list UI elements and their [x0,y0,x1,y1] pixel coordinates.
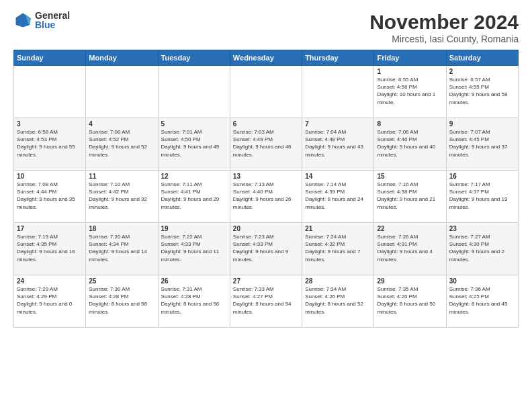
day-number: 14 [305,173,371,180]
col-monday: Monday [86,50,158,66]
calendar-cell: 8Sunrise: 7:06 AMSunset: 4:46 PMDaylight… [374,118,446,171]
day-info: Sunrise: 7:22 AMSunset: 4:33 PMDaylight:… [161,233,227,263]
day-info: Sunrise: 7:30 AMSunset: 4:28 PMDaylight:… [89,285,154,316]
day-number: 23 [449,225,515,232]
calendar-cell: 7Sunrise: 7:04 AMSunset: 4:48 PMDaylight… [302,118,374,171]
day-info: Sunrise: 7:04 AMSunset: 4:48 PMDaylight:… [305,128,371,158]
day-number: 29 [377,277,443,285]
day-info: Sunrise: 7:24 AMSunset: 4:32 PMDaylight:… [305,233,371,263]
calendar-cell: 13Sunrise: 7:13 AMSunset: 4:40 PMDayligh… [230,171,302,223]
day-number: 8 [377,120,443,128]
calendar-week-1: 1Sunrise: 6:55 AMSunset: 4:56 PMDaylight… [14,66,519,118]
day-info: Sunrise: 7:14 AMSunset: 4:39 PMDaylight:… [305,181,371,211]
calendar-cell: 14Sunrise: 7:14 AMSunset: 4:39 PMDayligh… [302,171,374,223]
calendar-cell: 21Sunrise: 7:24 AMSunset: 4:32 PMDayligh… [302,223,374,275]
day-info: Sunrise: 6:55 AMSunset: 4:56 PMDaylight:… [377,76,443,106]
page: General Blue November 2024 Mircesti, Ias… [0,0,532,411]
day-info: Sunrise: 7:29 AMSunset: 4:29 PMDaylight:… [17,285,83,316]
day-info: Sunrise: 7:01 AMSunset: 4:50 PMDaylight:… [161,128,227,158]
logo-general-text: General [35,11,70,20]
location-title: Mircesti, Iasi County, Romania [369,34,519,44]
logo-text: General Blue [35,11,70,30]
day-info: Sunrise: 7:16 AMSunset: 4:38 PMDaylight:… [377,181,443,211]
day-number: 6 [233,120,299,128]
calendar-week-2: 3Sunrise: 6:58 AMSunset: 4:53 PMDaylight… [14,118,519,171]
calendar-cell: 23Sunrise: 7:27 AMSunset: 4:30 PMDayligh… [446,223,518,275]
day-info: Sunrise: 7:36 AMSunset: 4:25 PMDaylight:… [449,285,515,316]
day-number: 2 [449,68,515,75]
day-info: Sunrise: 7:07 AMSunset: 4:45 PMDaylight:… [449,128,515,158]
day-number: 15 [377,173,443,180]
day-number: 4 [89,120,154,128]
col-sunday: Sunday [14,50,86,66]
day-info: Sunrise: 7:08 AMSunset: 4:44 PMDaylight:… [17,181,83,211]
day-number: 5 [161,120,227,128]
calendar-cell [86,66,158,118]
day-number: 28 [305,277,371,285]
calendar-cell: 30Sunrise: 7:36 AMSunset: 4:25 PMDayligh… [446,275,518,328]
day-number: 13 [233,173,299,180]
day-number: 12 [161,173,227,180]
day-number: 30 [449,277,515,285]
day-number: 9 [449,120,515,128]
col-thursday: Thursday [302,50,374,66]
calendar-cell: 27Sunrise: 7:33 AMSunset: 4:27 PMDayligh… [230,275,302,328]
calendar-cell: 11Sunrise: 7:10 AMSunset: 4:42 PMDayligh… [86,171,158,223]
day-info: Sunrise: 7:31 AMSunset: 4:28 PMDaylight:… [161,285,227,316]
day-number: 24 [17,277,83,285]
calendar-cell: 28Sunrise: 7:34 AMSunset: 4:26 PMDayligh… [302,275,374,328]
col-friday: Friday [374,50,446,66]
day-info: Sunrise: 7:26 AMSunset: 4:31 PMDaylight:… [377,233,443,263]
day-info: Sunrise: 7:13 AMSunset: 4:40 PMDaylight:… [233,181,299,211]
calendar-cell: 5Sunrise: 7:01 AMSunset: 4:50 PMDaylight… [158,118,230,171]
calendar-cell: 6Sunrise: 7:03 AMSunset: 4:49 PMDaylight… [230,118,302,171]
calendar-cell [14,66,86,118]
day-info: Sunrise: 7:34 AMSunset: 4:26 PMDaylight:… [305,285,371,316]
calendar-cell: 18Sunrise: 7:20 AMSunset: 4:34 PMDayligh… [86,223,158,275]
day-info: Sunrise: 7:17 AMSunset: 4:37 PMDaylight:… [449,181,515,211]
col-tuesday: Tuesday [158,50,230,66]
calendar-cell [158,66,230,118]
day-number: 27 [233,277,299,285]
calendar-cell: 24Sunrise: 7:29 AMSunset: 4:29 PMDayligh… [14,275,86,328]
day-number: 19 [161,225,227,232]
day-info: Sunrise: 7:19 AMSunset: 4:35 PMDaylight:… [17,233,83,263]
day-number: 7 [305,120,371,128]
calendar-cell [302,66,374,118]
day-number: 11 [89,173,154,180]
calendar-week-4: 17Sunrise: 7:19 AMSunset: 4:35 PMDayligh… [14,223,519,275]
calendar-table: Sunday Monday Tuesday Wednesday Thursday… [13,50,519,328]
calendar-cell: 25Sunrise: 7:30 AMSunset: 4:28 PMDayligh… [86,275,158,328]
calendar-cell: 9Sunrise: 7:07 AMSunset: 4:45 PMDaylight… [446,118,518,171]
day-info: Sunrise: 7:20 AMSunset: 4:34 PMDaylight:… [89,233,154,263]
calendar-cell: 2Sunrise: 6:57 AMSunset: 4:55 PMDaylight… [446,66,518,118]
calendar-cell [230,66,302,118]
calendar-cell: 17Sunrise: 7:19 AMSunset: 4:35 PMDayligh… [14,223,86,275]
day-number: 21 [305,225,371,232]
day-info: Sunrise: 7:27 AMSunset: 4:30 PMDaylight:… [449,233,515,263]
calendar-cell: 15Sunrise: 7:16 AMSunset: 4:38 PMDayligh… [374,171,446,223]
title-area: November 2024 Mircesti, Iasi County, Rom… [369,11,519,44]
day-info: Sunrise: 7:35 AMSunset: 4:26 PMDaylight:… [377,285,443,316]
col-saturday: Saturday [446,50,518,66]
day-number: 18 [89,225,154,232]
day-number: 20 [233,225,299,232]
day-info: Sunrise: 7:11 AMSunset: 4:41 PMDaylight:… [161,181,227,211]
day-number: 1 [377,68,443,75]
calendar-cell: 10Sunrise: 7:08 AMSunset: 4:44 PMDayligh… [14,171,86,223]
day-info: Sunrise: 7:03 AMSunset: 4:49 PMDaylight:… [233,128,299,158]
month-title: November 2024 [369,11,519,34]
calendar-cell: 16Sunrise: 7:17 AMSunset: 4:37 PMDayligh… [446,171,518,223]
day-number: 3 [17,120,83,128]
calendar-cell: 22Sunrise: 7:26 AMSunset: 4:31 PMDayligh… [374,223,446,275]
header: General Blue November 2024 Mircesti, Ias… [13,11,519,44]
calendar-cell: 3Sunrise: 6:58 AMSunset: 4:53 PMDaylight… [14,118,86,171]
logo: General Blue [13,11,70,30]
day-number: 26 [161,277,227,285]
calendar-week-5: 24Sunrise: 7:29 AMSunset: 4:29 PMDayligh… [14,275,519,328]
calendar-cell: 4Sunrise: 7:00 AMSunset: 4:52 PMDaylight… [86,118,158,171]
day-number: 17 [17,225,83,232]
calendar-cell: 19Sunrise: 7:22 AMSunset: 4:33 PMDayligh… [158,223,230,275]
day-info: Sunrise: 7:10 AMSunset: 4:42 PMDaylight:… [89,181,154,211]
calendar-cell: 20Sunrise: 7:23 AMSunset: 4:33 PMDayligh… [230,223,302,275]
